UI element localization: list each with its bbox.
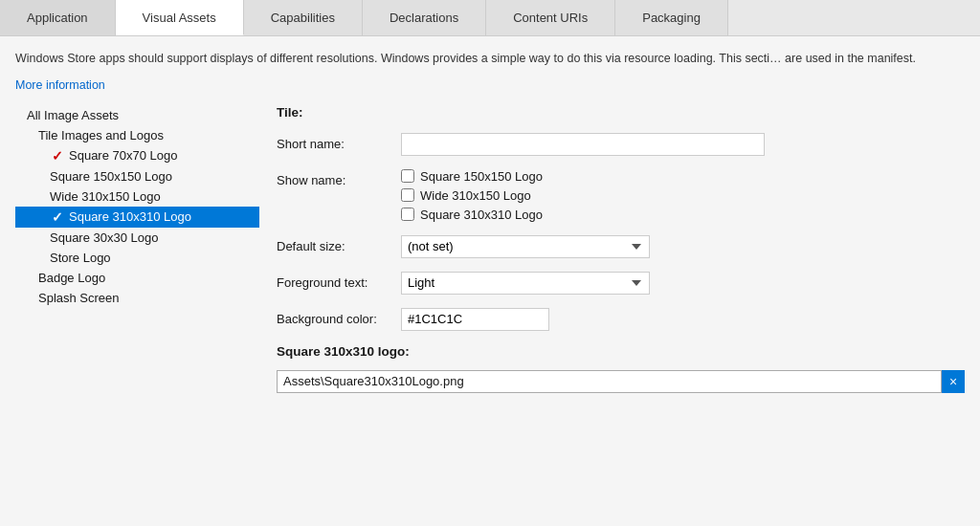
foreground-text-control: Light Dark xyxy=(401,272,965,295)
background-color-label: Background color: xyxy=(277,308,401,326)
tree-label: Square 150x150 Logo xyxy=(50,169,172,184)
foreground-text-select[interactable]: Light Dark xyxy=(401,272,650,295)
background-color-row: Background color: xyxy=(277,308,965,331)
main-content: Windows Store apps should support displa… xyxy=(0,36,980,526)
short-name-row: Short name: xyxy=(277,133,965,156)
tree-label: Square 70x70 Logo xyxy=(69,148,177,163)
tree-label: Wide 310x150 Logo xyxy=(50,189,161,204)
more-info-link[interactable]: More information xyxy=(15,78,105,92)
tab-declarations[interactable]: Declarations xyxy=(363,0,486,35)
show-name-control: Square 150x150 Logo Wide 310x150 Logo Sq… xyxy=(401,169,965,222)
tab-application[interactable]: Application xyxy=(0,0,116,35)
tree-item-splash-screen[interactable]: Splash Screen xyxy=(15,288,259,308)
tile-section-title: Tile: xyxy=(277,105,965,120)
tree-item-all-image-assets[interactable]: All Image Assets xyxy=(15,105,259,125)
default-size-select[interactable]: (not set) Square 310x310 Wide 310x150 xyxy=(401,235,650,258)
short-name-control xyxy=(401,133,965,156)
tab-packaging[interactable]: Packaging xyxy=(615,0,728,35)
foreground-text-row: Foreground text: Light Dark xyxy=(277,272,965,295)
logo-file-row: Assets\Square310x310Logo.png × xyxy=(277,370,965,393)
show-name-square-150-checkbox[interactable] xyxy=(401,169,414,183)
tab-capabilities[interactable]: Capabilities xyxy=(244,0,363,35)
tree-label: Square 30x30 Logo xyxy=(50,230,158,245)
show-name-square-150-label[interactable]: Square 150x150 Logo xyxy=(401,169,965,184)
background-color-control xyxy=(401,308,965,331)
tree-item-tile-images-logos[interactable]: Tile Images and Logos xyxy=(15,125,259,145)
tree-item-badge-logo[interactable]: Badge Logo xyxy=(15,268,259,288)
background-color-input[interactable] xyxy=(401,308,549,331)
logo-file-path: Assets\Square310x310Logo.png xyxy=(283,374,464,388)
show-name-wide-310x150-label[interactable]: Wide 310x150 Logo xyxy=(401,188,965,203)
tab-content-uris[interactable]: Content URIs xyxy=(486,0,615,35)
tab-visual-assets[interactable]: Visual Assets xyxy=(116,0,244,35)
tree-label: Badge Logo xyxy=(38,271,105,285)
tab-bar: Application Visual Assets Capabilities D… xyxy=(0,0,980,36)
red-v-icon-310x310: ✓ xyxy=(50,209,65,225)
show-name-row: Show name: Square 150x150 Logo Wide 310x… xyxy=(277,169,965,222)
tree-label: Store Logo xyxy=(50,251,111,265)
default-size-label: Default size: xyxy=(277,235,401,253)
tree-item-square-310x310[interactable]: ✓ Square 310x310 Logo xyxy=(15,207,259,228)
logo-file-input-box: Assets\Square310x310Logo.png xyxy=(277,370,942,393)
tree-item-square-150x150[interactable]: Square 150x150 Logo xyxy=(15,166,259,186)
short-name-label: Short name: xyxy=(277,133,401,151)
red-v-icon-70x70: ✓ xyxy=(50,148,65,164)
short-name-input[interactable] xyxy=(401,133,765,156)
left-panel: All Image Assets Tile Images and Logos ✓… xyxy=(15,105,259,393)
default-size-control: (not set) Square 310x310 Wide 310x150 xyxy=(401,235,965,258)
tree-item-store-logo[interactable]: Store Logo xyxy=(15,248,259,268)
tree-label: Tile Images and Logos xyxy=(38,128,164,142)
tree-item-wide-310x150[interactable]: Wide 310x150 Logo xyxy=(15,186,259,207)
tree-label: Splash Screen xyxy=(38,291,120,305)
logo-section-title: Square 310x310 logo: xyxy=(277,344,965,359)
right-panel: Tile: Short name: Show name: Square 150x… xyxy=(259,105,965,393)
tree-item-square-30x30[interactable]: Square 30x30 Logo xyxy=(15,228,259,248)
show-name-square-310x310-checkbox[interactable] xyxy=(401,208,414,221)
default-size-row: Default size: (not set) Square 310x310 W… xyxy=(277,235,965,258)
description-text: Windows Store apps should support displa… xyxy=(15,50,965,68)
logo-file-clear-button[interactable]: × xyxy=(942,370,965,393)
tree-item-square-70x70[interactable]: ✓ Square 70x70 Logo xyxy=(15,145,259,166)
content-row: All Image Assets Tile Images and Logos ✓… xyxy=(15,105,965,393)
foreground-text-label: Foreground text: xyxy=(277,272,401,290)
tree-label: Square 310x310 Logo xyxy=(69,209,191,224)
show-name-square-310x310-label[interactable]: Square 310x310 Logo xyxy=(401,208,965,222)
tree-label: All Image Assets xyxy=(27,108,119,122)
show-name-label: Show name: xyxy=(277,169,401,187)
show-name-wide-310x150-checkbox[interactable] xyxy=(401,188,414,202)
